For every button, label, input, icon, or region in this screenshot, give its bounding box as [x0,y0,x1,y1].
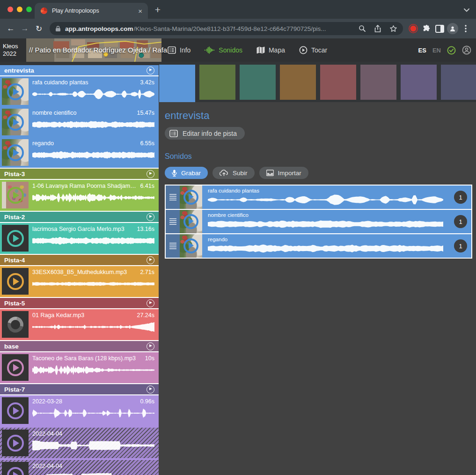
panel-sound-row[interactable]: regando 1 [166,234,471,258]
nav-mapa[interactable]: Mapa [256,46,285,54]
sound-thumbnail[interactable] [2,311,29,338]
track-play-icon[interactable] [146,213,154,221]
browser-tab[interactable]: Play Antropoloops × [35,3,148,19]
profile-avatar[interactable] [446,22,459,35]
minimize-window-button[interactable] [17,7,22,12]
antropoloops-favicon [40,7,48,15]
track-tab-6[interactable] [360,65,396,100]
track-header[interactable]: Pista-3 [0,169,159,180]
sound-item[interactable]: 01 Raga Kedar.mp327.24s [0,309,159,340]
nav-mapa-label: Mapa [269,46,285,54]
sound-title: 2022-04-04 [32,463,62,469]
track-pista-2: Pista-2 lacrimosa Sergio García Merlo.mp… [0,211,159,254]
sound-item[interactable]: regando6.55s [0,137,159,168]
zoom-page-icon[interactable] [359,25,366,32]
track-tab-4[interactable] [280,65,316,100]
drag-handle[interactable] [166,210,180,233]
sound-thumbnail[interactable] [2,109,29,135]
track-tab-entrevista[interactable] [159,65,195,102]
chevron-down-icon[interactable] [463,6,470,14]
play-icon [7,359,24,376]
waveform [208,243,443,254]
track-header[interactable]: Pista-7 [0,384,159,395]
track-tab-7[interactable] [401,65,437,100]
address-bar[interactable]: app.antropoloops.com /Kleos-Santa-Marina… [50,22,403,35]
lang-en[interactable]: EN [432,47,441,54]
loading-spinner [4,313,26,335]
sound-item[interactable]: Taconeo de Sara Baras (128 kbps).mp310s [0,352,159,383]
share-icon[interactable] [374,25,381,33]
sound-thumbnail[interactable] [180,210,202,233]
sound-thumbnail[interactable] [180,186,202,209]
sound-item[interactable]: nombre cientifico15.47s [0,107,159,137]
browser-menu-icon[interactable] [459,22,472,35]
map-icon [256,46,265,54]
sound-thumbnail[interactable] [2,397,29,424]
record-button[interactable]: Grabar [165,167,208,179]
track-play-icon[interactable] [146,299,154,307]
track-tab-8[interactable] [441,65,476,100]
sound-thumbnail[interactable] [2,462,29,475]
waveform [32,89,154,99]
sound-thumbnail[interactable] [180,234,202,258]
upload-button[interactable]: Subir [212,167,255,179]
new-tab-button[interactable]: + [151,3,165,17]
track-header[interactable]: Pista-4 [0,255,159,266]
forward-button[interactable]: → [18,22,32,36]
reload-button[interactable]: ↻ [32,22,46,36]
app-logo[interactable]: Kleos 2022 [3,43,18,58]
lang-es[interactable]: ES [418,47,426,54]
track-tab-3[interactable] [240,65,276,100]
track-header[interactable]: base [0,341,159,352]
sound-thumbnail[interactable] [2,139,29,166]
sound-thumbnail[interactable] [2,268,29,295]
play-icon [7,402,24,419]
drag-handle[interactable] [166,234,180,258]
sound-thumbnail[interactable] [2,182,29,208]
panel-sound-row[interactable]: nombre cientifico 1 [166,210,471,233]
track-header[interactable]: entrevista [0,65,159,76]
track-play-icon[interactable] [146,342,154,350]
play-icon [183,214,198,229]
drag-handle[interactable] [166,186,180,209]
sound-thumbnail[interactable] [2,225,29,252]
sound-item[interactable]: 33ESX6038_B5_Muthedukkum.mp32.71s [0,266,159,297]
track-tab-5[interactable] [320,65,356,100]
sound-item[interactable]: lacrimosa Sergio García Merlo.mp313.16s [0,223,159,254]
nav-tocar[interactable]: Tocar [299,46,327,54]
sync-check-icon[interactable] [447,46,456,55]
track-play-icon[interactable] [146,386,154,393]
track-header[interactable]: Pista-2 [0,212,159,223]
back-button[interactable]: ← [4,22,18,36]
track-play-icon[interactable] [146,256,154,264]
url-host: app.antropoloops.com [65,25,133,32]
waveform [32,365,154,375]
sound-item-processing[interactable]: 2022-04-04 [0,426,159,458]
track-tab-2[interactable] [199,65,235,100]
tab-close-icon[interactable]: × [138,7,142,15]
nav-sonidos[interactable]: Sonidos [205,46,242,54]
panel-sound-row[interactable]: rafa cuidando plantas 1 [166,186,471,209]
side-panel-icon[interactable] [433,22,446,35]
track-header[interactable]: Pista-5 [0,298,159,309]
close-window-button[interactable] [7,7,13,12]
extensions-puzzle-icon[interactable] [420,22,433,35]
maximize-window-button[interactable] [26,7,32,12]
sound-item[interactable]: rafa cuidando plantas3.42s [0,76,159,107]
upload-label: Subir [233,170,248,177]
track-name: base [4,343,19,350]
sound-item[interactable]: 1-06 Lavanya Rama Poorna Shadjam Rupak..… [0,180,159,211]
sound-item-processing[interactable]: 2022-04-04 [0,458,159,475]
record-extension-icon[interactable] [407,22,420,35]
track-play-icon[interactable] [146,67,154,74]
sound-item[interactable]: 2022-03-280.96s [0,395,159,426]
bookmark-star-icon[interactable] [389,25,397,33]
account-icon[interactable] [462,45,471,55]
sound-thumbnail[interactable] [2,430,29,456]
nav-info[interactable]: Info [168,46,190,54]
track-play-icon[interactable] [146,170,154,178]
edit-track-info-button[interactable]: Editar info de pista [165,127,245,140]
sound-thumbnail[interactable] [2,78,29,105]
sound-thumbnail[interactable] [2,354,29,381]
import-button[interactable]: Importar [259,167,308,179]
